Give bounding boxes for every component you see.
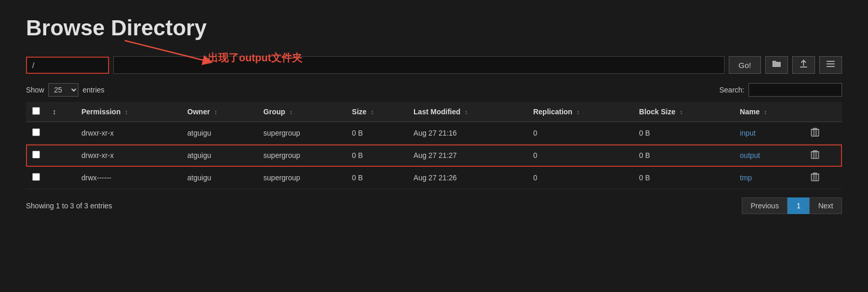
page-title: Browse Directory <box>26 16 842 41</box>
path-bar-input[interactable] <box>113 56 725 74</box>
row-size: 0 B <box>346 122 408 144</box>
pagination-controls: Previous 1 Next <box>742 197 842 214</box>
row-owner: atguigu <box>181 122 257 144</box>
name-header[interactable]: Name ↕ <box>733 102 805 122</box>
last-modified-header[interactable]: Last Modified ↕ <box>407 102 527 122</box>
table-row: drwx------ atguigu supergroup 0 B Aug 27… <box>26 167 842 189</box>
row-name[interactable]: input <box>733 122 805 144</box>
size-header[interactable]: Size ↕ <box>346 102 408 122</box>
row-name[interactable]: output <box>733 144 805 167</box>
entries-per-page-select[interactable]: 10 25 50 100 <box>48 83 78 97</box>
replication-sort-icon: ↕ <box>577 109 580 116</box>
permission-sort-icon: ↕ <box>125 109 128 116</box>
row-checkbox[interactable] <box>32 151 40 158</box>
svg-rect-2 <box>800 67 807 68</box>
row-last-modified: Aug 27 21:27 <box>407 144 527 167</box>
row-group: supergroup <box>257 167 346 189</box>
row-group: supergroup <box>257 122 346 144</box>
row-block-size: 0 B <box>633 122 733 144</box>
show-entries-control: Show 10 25 50 100 entries <box>26 83 104 97</box>
folder-icon-button[interactable] <box>765 56 788 74</box>
row-checkbox[interactable] <box>32 173 40 181</box>
row-delete-cell[interactable] <box>805 144 842 167</box>
row-permission: drwxr-xr-x <box>75 122 181 144</box>
row-block-size: 0 B <box>633 144 733 167</box>
previous-button[interactable]: Previous <box>742 197 787 214</box>
permission-header[interactable]: Permission ↕ <box>75 102 181 122</box>
group-header[interactable]: Group ↕ <box>257 102 346 122</box>
row-sort-cell <box>46 144 75 167</box>
list-icon <box>826 60 835 70</box>
search-input[interactable] <box>749 83 842 97</box>
last-modified-sort-icon: ↕ <box>464 109 468 116</box>
row-last-modified: Aug 27 21:26 <box>407 167 527 189</box>
row-sort-cell <box>46 122 75 144</box>
row-name[interactable]: tmp <box>733 167 805 189</box>
row-group: supergroup <box>257 144 346 167</box>
row-size: 0 B <box>346 167 408 189</box>
svg-rect-4 <box>826 63 835 64</box>
row-owner: atguigu <box>181 144 257 167</box>
size-sort-icon: ↕ <box>370 109 373 116</box>
path-input[interactable] <box>26 57 109 74</box>
next-button[interactable]: Next <box>809 197 842 214</box>
owner-sort-icon: ↕ <box>214 109 217 116</box>
select-all-col[interactable] <box>26 102 46 122</box>
delete-icon[interactable] <box>811 152 819 161</box>
table-header-row: ↕ Permission ↕ Owner ↕ Group ↕ Size ↕ <box>26 102 842 122</box>
row-permission: drwxr-xr-x <box>75 144 181 167</box>
row-name-link[interactable]: input <box>740 129 755 137</box>
search-label: Search: <box>719 86 744 94</box>
table-row: drwxr-xr-x atguigu supergroup 0 B Aug 27… <box>26 144 842 167</box>
row-last-modified: Aug 27 21:16 <box>407 122 527 144</box>
entries-label: entries <box>83 86 104 94</box>
showing-text: Showing 1 to 3 of 3 entries <box>26 202 112 210</box>
row-size: 0 B <box>346 144 408 167</box>
row-delete-cell[interactable] <box>805 122 842 144</box>
row-checkbox-cell[interactable] <box>26 167 46 189</box>
replication-header[interactable]: Replication ↕ <box>527 102 633 122</box>
upload-icon-button[interactable] <box>792 56 815 74</box>
owner-header[interactable]: Owner ↕ <box>181 102 257 122</box>
group-sort-icon: ↕ <box>289 109 292 116</box>
row-sort-cell <box>46 167 75 189</box>
action-header <box>805 102 842 122</box>
page-1-button[interactable]: 1 <box>787 197 809 214</box>
row-replication: 0 <box>527 167 633 189</box>
row-replication: 0 <box>527 144 633 167</box>
row-checkbox[interactable] <box>32 128 40 136</box>
row-checkbox-cell[interactable] <box>26 144 46 167</box>
svg-rect-5 <box>826 66 835 67</box>
folder-icon <box>772 60 781 70</box>
select-all-checkbox[interactable] <box>32 107 40 115</box>
directory-table: ↕ Permission ↕ Owner ↕ Group ↕ Size ↕ <box>26 102 842 189</box>
row-replication: 0 <box>527 122 633 144</box>
delete-icon[interactable] <box>811 129 819 138</box>
show-label: Show <box>26 86 44 94</box>
list-icon-button[interactable] <box>819 56 842 74</box>
block-size-header[interactable]: Block Size ↕ <box>633 102 733 122</box>
sort-icon: ↕ <box>52 108 56 116</box>
row-name-link[interactable]: tmp <box>740 174 752 182</box>
block-size-sort-icon: ↕ <box>679 109 683 116</box>
row-owner: atguigu <box>181 167 257 189</box>
row-delete-cell[interactable] <box>805 167 842 189</box>
row-block-size: 0 B <box>633 167 733 189</box>
table-row: drwxr-xr-x atguigu supergroup 0 B Aug 27… <box>26 122 842 144</box>
go-button[interactable]: Go! <box>729 56 761 74</box>
search-control: Search: <box>719 83 842 97</box>
svg-rect-3 <box>826 61 835 62</box>
row-name-link[interactable]: output <box>740 151 760 160</box>
upload-icon <box>799 59 808 71</box>
row-checkbox-cell[interactable] <box>26 122 46 144</box>
name-sort-icon: ↕ <box>764 109 767 116</box>
delete-icon[interactable] <box>811 174 819 183</box>
sort-col[interactable]: ↕ <box>46 102 75 122</box>
row-permission: drwx------ <box>75 167 181 189</box>
